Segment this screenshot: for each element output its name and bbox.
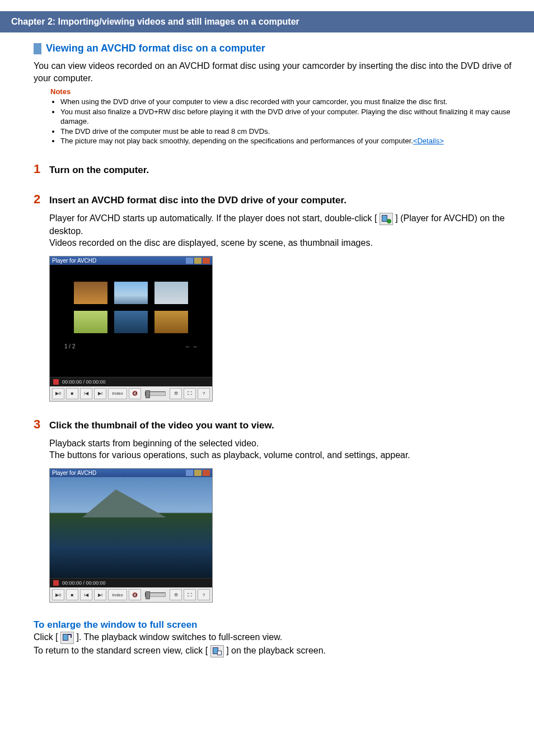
status-bar: 00:00:00 / 00:00:00 xyxy=(50,377,212,386)
standard-view-icon xyxy=(210,645,224,657)
step-body: Player for AVCHD starts up automatically… xyxy=(49,212,512,249)
step-number: 1 xyxy=(34,162,44,176)
fullscreen-button[interactable]: ⛶ xyxy=(184,589,196,600)
fullscreen-text: ]. The playback window switches to full-… xyxy=(74,632,282,642)
video-thumbnail[interactable] xyxy=(154,311,188,333)
mute-button[interactable]: 🔇 xyxy=(129,388,141,399)
maximize-icon[interactable] xyxy=(194,258,202,264)
fullscreen-button[interactable]: ⛶ xyxy=(184,388,196,399)
help-button[interactable]: ? xyxy=(198,589,210,600)
fullscreen-text: To return to the standard screen view, c… xyxy=(34,646,210,655)
step-title: Turn on the computer. xyxy=(49,165,149,176)
player-screenshot-thumbnails: Player for AVCHD 1 / 2 xyxy=(49,256,213,402)
video-content xyxy=(82,489,166,517)
player-screenshot-playback: Player for AVCHD 00:00:00 / 00:00:00 ▶II… xyxy=(49,468,213,603)
minimize-icon[interactable] xyxy=(186,258,193,264)
window-titlebar: Player for AVCHD xyxy=(50,469,212,477)
status-bar: 00:00:00 / 00:00:00 xyxy=(50,578,212,587)
fullscreen-heading: To enlarge the window to full screen xyxy=(34,619,512,631)
step-text: Videos recorded on the disc are displaye… xyxy=(49,238,373,248)
play-button[interactable]: ▶II xyxy=(52,388,64,399)
step-3: 3 Click the thumbnail of the video you w… xyxy=(34,417,512,603)
help-button[interactable]: ? xyxy=(198,388,210,399)
step-text: Playback starts from beginning of the se… xyxy=(49,438,259,448)
play-button[interactable]: ▶II xyxy=(52,589,64,600)
fullscreen-text: ] on the playback screen. xyxy=(224,646,326,655)
section-title: Viewing an AVCHD format disc on a comput… xyxy=(46,43,265,54)
volume-slider[interactable] xyxy=(145,592,166,597)
step-text: The buttons for various operations, such… xyxy=(49,450,410,460)
window-titlebar: Player for AVCHD xyxy=(50,256,212,265)
index-button[interactable]: Index xyxy=(108,388,127,399)
step-number: 3 xyxy=(34,417,44,432)
thumbnail-area: 1 / 2 ← → xyxy=(50,265,212,377)
details-link[interactable]: <Details> xyxy=(413,137,444,145)
minimize-icon[interactable] xyxy=(186,470,193,476)
page-arrows[interactable]: ← → xyxy=(185,343,198,349)
video-playback-area xyxy=(50,477,212,578)
section-marker xyxy=(34,43,41,54)
note-item: You must also finalize a DVD+RW disc bef… xyxy=(60,107,512,127)
section-title-row: Viewing an AVCHD format disc on a comput… xyxy=(34,43,512,54)
video-thumbnail[interactable] xyxy=(74,311,107,333)
note-item: When using the DVD drive of your compute… xyxy=(60,97,512,107)
video-thumbnail[interactable] xyxy=(114,282,148,304)
step-text: Player for AVCHD starts up automatically… xyxy=(49,213,380,223)
page-indicator: 1 / 2 xyxy=(64,343,75,349)
video-thumbnail[interactable] xyxy=(74,282,107,304)
control-bar: ▶II ■ I◀ ▶I Index 🔇 ⚙ ⛶ ? xyxy=(50,587,212,602)
mute-button[interactable]: 🔇 xyxy=(129,589,141,600)
fullscreen-body: Click [ ]. The playback window switches … xyxy=(34,631,512,657)
player-avchd-icon xyxy=(380,213,393,225)
stop-icon xyxy=(53,580,59,586)
index-button[interactable]: Index xyxy=(108,589,127,600)
stop-button[interactable]: ■ xyxy=(66,589,78,600)
page-content: Viewing an AVCHD format disc on a comput… xyxy=(0,43,534,657)
window-title: Player for AVCHD xyxy=(52,470,96,476)
fullscreen-icon xyxy=(60,632,74,644)
notes-label: Notes xyxy=(50,87,512,96)
prev-button[interactable]: I◀ xyxy=(80,589,92,600)
prev-button[interactable]: I◀ xyxy=(80,388,92,399)
video-thumbnail[interactable] xyxy=(114,311,148,333)
step-title: Insert an AVCHD format disc into the DVD… xyxy=(49,195,346,206)
step-title: Click the thumbnail of the video you wan… xyxy=(49,420,274,431)
settings-button[interactable]: ⚙ xyxy=(170,589,182,600)
control-bar: ▶II ■ I◀ ▶I Index 🔇 ⚙ ⛶ ? xyxy=(50,386,212,401)
chapter-header: Chapter 2: Importing/viewing videos and … xyxy=(0,11,534,32)
close-icon[interactable] xyxy=(203,470,210,476)
window-buttons xyxy=(186,258,210,264)
close-icon[interactable] xyxy=(203,258,210,264)
window-buttons xyxy=(186,470,210,476)
maximize-icon[interactable] xyxy=(194,470,202,476)
time-display: 00:00:00 / 00:00:00 xyxy=(62,379,106,385)
time-display: 00:00:00 / 00:00:00 xyxy=(62,580,106,586)
intro-paragraph: You can view videos recorded on an AVCHD… xyxy=(34,60,512,84)
next-button[interactable]: ▶I xyxy=(94,589,106,600)
notes-block: Notes When using the DVD drive of your c… xyxy=(50,87,512,146)
step-body: Playback starts from beginning of the se… xyxy=(49,437,512,461)
step-2: 2 Insert an AVCHD format disc into the D… xyxy=(34,192,512,402)
fullscreen-text: Click [ xyxy=(34,632,60,642)
next-button[interactable]: ▶I xyxy=(94,388,106,399)
note-item: The picture may not play back smoothly, … xyxy=(60,136,512,146)
note-item: The DVD drive of the computer must be ab… xyxy=(60,127,512,137)
video-thumbnail[interactable] xyxy=(154,282,188,304)
volume-slider[interactable] xyxy=(145,391,166,396)
step-1: 1 Turn on the computer. xyxy=(34,162,512,176)
stop-button[interactable]: ■ xyxy=(66,388,78,399)
settings-button[interactable]: ⚙ xyxy=(170,388,182,399)
window-title: Player for AVCHD xyxy=(52,258,96,264)
step-number: 2 xyxy=(34,192,44,207)
stop-icon xyxy=(53,379,59,385)
